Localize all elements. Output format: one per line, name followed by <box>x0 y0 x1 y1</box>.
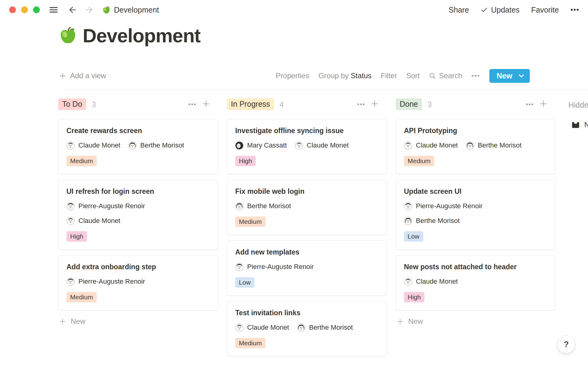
assignee-chip: Pierre-Auguste Renoir <box>404 202 483 210</box>
add-card-button[interactable]: New <box>396 316 424 327</box>
hidden-group-no-status[interactable]: No Status <box>571 120 588 130</box>
assignee-row: Claude Monet <box>66 216 210 226</box>
avatar <box>235 141 243 150</box>
avatar <box>404 202 412 210</box>
assignee-row: Mary Cassatt Claude Monet <box>235 140 379 150</box>
chevron-down-icon <box>518 73 524 79</box>
sort-button[interactable]: Sort <box>406 71 420 80</box>
forward-button[interactable] <box>85 5 94 15</box>
assignee-name: Claude Monet <box>78 217 120 225</box>
assignee-chip: Berthe Morisot <box>404 217 460 225</box>
avatar <box>466 141 474 150</box>
column-header: To Do3••• <box>58 99 218 110</box>
card-title: Add new templates <box>235 248 379 256</box>
assignee-row: Pierre-Auguste Renoir <box>404 201 547 211</box>
kanban-card[interactable]: Investigate offline syncing issue Mary C… <box>227 119 387 174</box>
assignee-name: Berthe Morisot <box>478 141 522 149</box>
back-button[interactable] <box>67 5 77 15</box>
column-add-card-button[interactable] <box>539 100 548 109</box>
assignee-name: Mary Cassatt <box>247 141 287 149</box>
board-column-in-progress: In Progress4••• Investigate offline sync… <box>227 99 387 362</box>
kanban-card[interactable]: UI refresh for login screen Pierre-Augus… <box>58 180 218 250</box>
avatar <box>235 202 243 210</box>
plus-icon <box>396 318 404 325</box>
filter-button[interactable]: Filter <box>381 71 397 80</box>
topbar-actions: Share Updates Favorite ••• <box>449 6 579 14</box>
assignee-row: Berthe Morisot <box>235 201 379 211</box>
breadcrumb[interactable]: Development <box>102 6 159 14</box>
green-apple-icon[interactable] <box>59 26 77 45</box>
notion-window: Development Share Updates Favorite ••• D… <box>0 0 588 368</box>
group-by-value: Status <box>351 71 371 80</box>
avatar <box>66 217 75 225</box>
search-button[interactable]: Search <box>429 71 462 80</box>
more-options-button[interactable]: ••• <box>571 6 579 14</box>
close-window-button[interactable] <box>9 6 16 13</box>
add-view-label: Add a view <box>70 71 106 80</box>
assignee-chip: Claude Monet <box>66 217 120 225</box>
avatar <box>404 278 412 286</box>
assignee-name: Pierre-Auguste Renoir <box>416 202 483 210</box>
priority-badge: Low <box>235 277 254 288</box>
view-more-options-button[interactable]: ••• <box>472 72 480 79</box>
sidebar-toggle-icon[interactable] <box>48 5 59 15</box>
assignee-row: Claude Monet Berthe Morisot <box>66 140 210 150</box>
column-status-badge: Done <box>396 98 422 110</box>
assignee-name: Claude Monet <box>416 141 458 149</box>
hidden-columns-label[interactable]: Hidden columns <box>568 101 588 109</box>
assignee-name: Berthe Morisot <box>247 202 291 210</box>
add-card-label: New <box>408 317 423 326</box>
new-button[interactable]: New <box>489 69 530 83</box>
assignee-name: Claude Monet <box>307 141 349 149</box>
column-more-options-button[interactable]: ••• <box>526 101 534 107</box>
card-title: Fix mobile web login <box>235 187 379 196</box>
column-status-badge: To Do <box>58 98 86 110</box>
assignee-row: Berthe Morisot <box>404 216 547 226</box>
add-view-button[interactable]: Add a view <box>59 71 106 80</box>
favorite-button[interactable]: Favorite <box>531 6 559 14</box>
card-title: New posts not attached to header <box>404 263 547 271</box>
assignee-chip: Claude Monet <box>66 141 120 150</box>
plus-icon <box>202 100 210 108</box>
kanban-card[interactable]: Create rewards screen Claude Monet Berth… <box>58 119 218 174</box>
add-card-button[interactable]: New <box>58 316 86 327</box>
column-add-card-button[interactable] <box>202 100 210 109</box>
column-actions: ••• <box>526 100 548 109</box>
column-more-options-button[interactable]: ••• <box>357 101 365 107</box>
minimize-window-button[interactable] <box>21 6 28 13</box>
kanban-card[interactable]: Test invitation links Claude Monet Berth… <box>227 301 387 356</box>
help-button[interactable]: ? <box>557 335 575 353</box>
hamburger-icon <box>48 5 59 15</box>
share-button[interactable]: Share <box>449 6 469 14</box>
priority-badge: High <box>235 156 256 166</box>
group-by-label: Group by <box>318 71 349 80</box>
column-more-options-button[interactable]: ••• <box>188 101 197 107</box>
priority-badge: Medium <box>235 338 266 348</box>
kanban-card[interactable]: New posts not attached to header Claude … <box>396 255 556 310</box>
priority-badge: Medium <box>66 292 97 302</box>
column-actions: ••• <box>357 100 379 109</box>
kanban-card[interactable]: Fix mobile web login Berthe MorisotMediu… <box>227 180 387 235</box>
avatar <box>66 202 75 210</box>
kanban-card[interactable]: Update screen UI Pierre-Auguste Renoir B… <box>396 180 556 250</box>
zoom-window-button[interactable] <box>33 6 40 13</box>
column-count: 3 <box>92 100 96 109</box>
assignee-name: Claude Monet <box>416 278 458 286</box>
column-add-card-button[interactable] <box>371 100 379 109</box>
assignee-row: Claude Monet Berthe Morisot <box>404 140 547 150</box>
inbox-icon <box>571 120 580 130</box>
kanban-card[interactable]: Add new templates Pierre-Auguste RenoirL… <box>227 240 387 296</box>
view-controls: Properties Group by Status Filter Sort S… <box>276 69 530 83</box>
assignee-name: Pierre-Auguste Renoir <box>78 278 145 286</box>
plus-icon <box>59 72 66 80</box>
kanban-card[interactable]: API Prototyping Claude Monet Berthe Mori… <box>396 119 556 174</box>
topbar: Development Share Updates Favorite ••• <box>0 0 588 20</box>
plus-icon <box>371 100 379 108</box>
avatar <box>404 141 412 150</box>
properties-button[interactable]: Properties <box>276 71 309 80</box>
group-by-button[interactable]: Group by Status <box>318 71 371 80</box>
kanban-card[interactable]: Add extra onboarding step Pierre-Auguste… <box>58 255 218 310</box>
breadcrumb-title: Development <box>114 6 159 14</box>
card-title: Create rewards screen <box>66 126 210 135</box>
updates-button[interactable]: Updates <box>481 6 519 14</box>
